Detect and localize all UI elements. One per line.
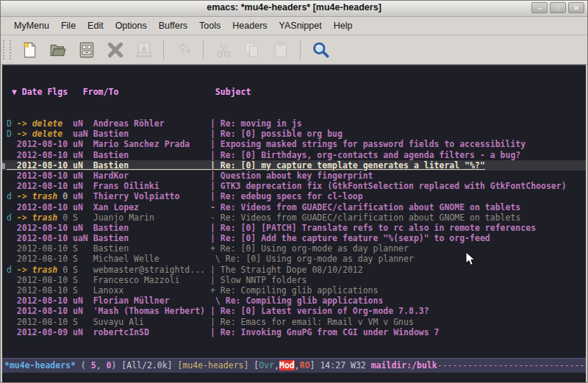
window-title: emacs: *mu4e-headers* [mu4e-headers] xyxy=(1,2,587,12)
fringe-cursor-marker xyxy=(2,163,5,169)
new-file-icon[interactable] xyxy=(16,37,42,62)
menu-item-file[interactable]: File xyxy=(55,19,82,32)
headers-column-header[interactable]: ▼ Date Flgs From/To Subject xyxy=(2,86,586,98)
menu-item-yasnippet[interactable]: YASnippet xyxy=(273,19,328,32)
menu-item-help[interactable]: Help xyxy=(328,19,359,32)
copy-icon xyxy=(239,37,265,62)
message-row[interactable]: 2012-08-10 uN HardKor | Question about k… xyxy=(2,171,586,181)
modeline-segment-p: 14:27 W32 xyxy=(320,360,370,371)
message-row[interactable]: d -> trash 0 uN Thierry Volpiatto | Re: … xyxy=(2,191,586,201)
menu-item-mymenu[interactable]: MyMenu xyxy=(8,19,55,32)
close-buffer-icon[interactable] xyxy=(102,37,128,62)
message-row[interactable]: 2012-08-10 S Lanoxx + Re: Compiling glib… xyxy=(2,285,586,296)
echo-area xyxy=(2,373,586,382)
message-row[interactable]: d -> trash 0 S Juanjo Marin - Re: Videos… xyxy=(2,212,586,223)
message-row[interactable]: 2012-08-10 S Francesco Mazzoli | Slow NN… xyxy=(2,275,586,285)
toolbar-separator xyxy=(203,40,204,60)
modeline-segment-p: ( xyxy=(76,360,91,371)
message-row-current[interactable]: 2012-08-10 uN Bastien | Re: [0] my captu… xyxy=(2,160,586,171)
title-bar[interactable]: emacs: *mu4e-headers* [mu4e-headers] –□✕ xyxy=(1,1,587,17)
maximize-button[interactable]: □ xyxy=(550,2,566,13)
mu4e-headers-buffer[interactable]: ▼ Date Flgs From/To Subject D -> delete … xyxy=(2,65,586,358)
close-button[interactable]: ✕ xyxy=(568,2,584,13)
modeline-segment-p: , xyxy=(274,360,279,371)
modeline-segment-ovr: Ovr xyxy=(259,360,274,371)
message-row[interactable]: 2012-08-10 S Michael Welle \ Re: [0] Usi… xyxy=(2,254,586,264)
message-row[interactable]: 2012-08-10 uN Bastien | Re: [0] [PATCH] … xyxy=(2,223,586,233)
message-row[interactable]: 2012-08-10 S Bastien + Re: [0] Using org… xyxy=(2,243,586,254)
cut-icon xyxy=(210,37,236,62)
message-row[interactable]: 2012-08-10 S Suvayu Ali | Re: Emacs for … xyxy=(2,317,586,327)
modeline-segment-dash: ---------------------------------------- xyxy=(437,360,586,371)
toolbar-separator xyxy=(163,40,164,60)
modeline-segment-ro: RO xyxy=(300,360,310,371)
message-list: D -> delete uN Andreas Röhler | Re: movi… xyxy=(2,118,586,337)
message-row[interactable]: 2012-08-10 uN Mario Sanchez Prada | Expo… xyxy=(2,139,586,149)
save-icon[interactable] xyxy=(74,37,99,62)
menu-item-edit[interactable]: Edit xyxy=(82,19,110,32)
minimize-button[interactable]: – xyxy=(531,2,548,13)
mouse-cursor xyxy=(465,251,477,268)
message-row[interactable]: 2012-08-10 uaN Bastien | Re: [0] Add the… xyxy=(2,233,586,243)
save-as-icon xyxy=(131,37,157,62)
menubar: MyMenuFileEditOptionsBuffersToolsHeaders… xyxy=(1,17,587,35)
message-row[interactable]: 2012-08-10 uN 'Mash (Thomas Herbert) | R… xyxy=(2,306,586,316)
toolbar-drag-handle[interactable] xyxy=(3,40,11,60)
frame-client-area: ▼ Date Flgs From/To Subject D -> delete … xyxy=(1,65,587,383)
open-folder-icon[interactable] xyxy=(45,37,71,62)
menu-item-tools[interactable]: Tools xyxy=(193,19,226,32)
modeline-segment-p: ] xyxy=(310,360,320,371)
message-row[interactable]: 2012-08-10 uN Xan Lopez - Re: Videos fro… xyxy=(2,202,586,212)
modeline-segment-p: ) xyxy=(111,360,121,371)
message-row[interactable]: d -> trash 0 S webmaster@straightd... | … xyxy=(2,265,586,275)
menu-item-headers[interactable]: Headers xyxy=(226,19,273,32)
modeline-segment-p: , xyxy=(295,360,300,371)
message-row[interactable]: 2012-08-10 uN Bastien | Re: [0] Birthday… xyxy=(2,150,586,160)
message-row[interactable]: 2012-08-10 uN Florian Müllner \ Re: Comp… xyxy=(2,296,586,306)
message-row[interactable]: 2012-08-09 uN robertcInSD | Re: Invoking… xyxy=(2,327,586,337)
message-row[interactable]: D -> delete uaN Bastien | Re: [0] possib… xyxy=(2,129,586,139)
menu-item-options[interactable]: Options xyxy=(110,19,153,32)
mode-line[interactable]: *mu4e-headers* ( 5, 0) [All/2.0k] [mu4e-… xyxy=(2,358,586,373)
search-icon[interactable] xyxy=(307,37,333,62)
toolbar-separator xyxy=(300,40,301,60)
emacs-window: emacs: *mu4e-headers* [mu4e-headers] –□✕… xyxy=(0,0,588,383)
paste-icon xyxy=(268,37,293,62)
modeline-segment-dir: maildir:/bulk xyxy=(371,360,437,371)
message-row[interactable]: D -> delete uN Andreas Röhler | Re: movi… xyxy=(2,118,586,129)
modeline-segment-mod: Mod xyxy=(279,360,295,371)
modeline-segment-p: [All/2.0k] xyxy=(121,360,177,371)
undo-icon xyxy=(171,37,196,62)
window-controls: –□✕ xyxy=(531,2,584,13)
modeline-segment-p: , xyxy=(96,360,107,371)
modeline-segment-num: 5 xyxy=(91,360,96,371)
toolbar xyxy=(1,35,587,65)
message-row[interactable]: 2012-08-10 uN Frans Oilinki | GTK3 depre… xyxy=(2,181,586,191)
modeline-segment-buf: *mu4e-headers* xyxy=(4,360,76,371)
modeline-segment-mode: [mu4e-headers] xyxy=(177,360,254,371)
menu-item-buffers[interactable]: Buffers xyxy=(153,19,193,32)
